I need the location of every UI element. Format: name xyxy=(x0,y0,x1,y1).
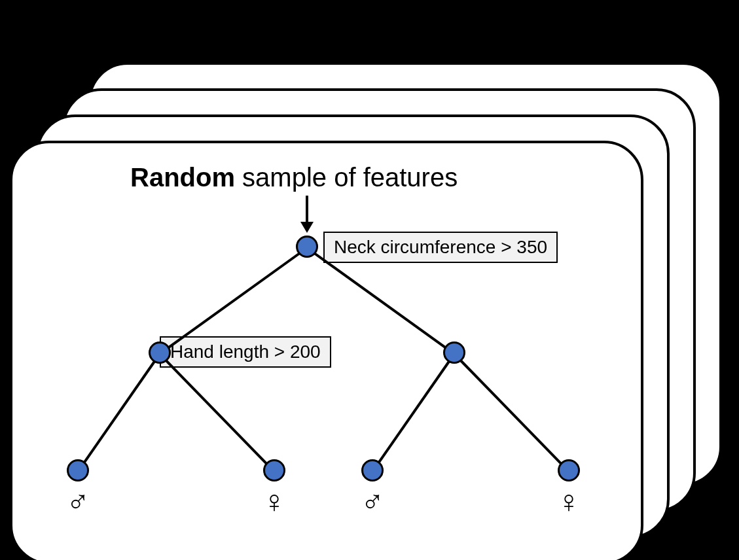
node-leaf-lr xyxy=(263,459,285,481)
edge-left-lr xyxy=(159,353,276,473)
leaf-symbol-lr: ♀ xyxy=(262,483,286,519)
title-bold: Random xyxy=(130,163,235,192)
card-front: Random sample of features Neck circumfer… xyxy=(10,141,643,560)
arrow-to-root-icon xyxy=(294,192,320,238)
root-split-text: Neck circumference > 350 xyxy=(334,237,547,257)
left-split-label: Hand length > 200 xyxy=(160,336,331,368)
node-leaf-ll xyxy=(67,459,89,481)
edge-right-rl xyxy=(371,353,455,472)
node-root xyxy=(296,236,318,258)
node-left xyxy=(149,341,171,364)
edge-left-ll xyxy=(77,353,160,472)
node-leaf-rr xyxy=(558,459,580,481)
node-leaf-rl xyxy=(361,459,384,481)
svg-marker-1 xyxy=(300,222,314,233)
leaf-symbol-rr: ♀ xyxy=(557,483,581,519)
leaf-symbol-rl: ♂ xyxy=(361,483,384,519)
edge-right-rr xyxy=(454,353,570,473)
left-split-text: Hand length > 200 xyxy=(170,341,321,362)
root-split-label: Neck circumference > 350 xyxy=(323,232,558,263)
diagram-title: Random sample of features xyxy=(130,163,458,192)
node-right xyxy=(443,341,465,364)
leaf-symbol-ll: ♂ xyxy=(66,483,90,519)
title-rest: sample of features xyxy=(235,163,458,192)
